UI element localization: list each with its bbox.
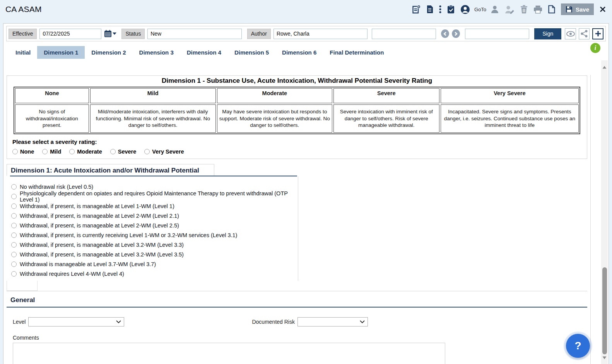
scrollbar-thumb[interactable] <box>602 267 607 354</box>
severity-rating-panel: Dimension 1 - Substance Use, Acute Intox… <box>7 75 587 159</box>
dimension1-radio-option[interactable]: Withdrawal, if present, is manageable at… <box>11 211 298 220</box>
radio-button-icon[interactable] <box>11 203 17 209</box>
chevron-down-icon <box>116 320 121 323</box>
severity-radio-option[interactable]: None <box>12 149 34 155</box>
document-icon[interactable] <box>426 5 433 14</box>
dimension1-heading: Dimension 1: Acute Intoxication and/or W… <box>7 164 214 176</box>
next-record-button[interactable] <box>452 29 460 38</box>
severity-column-description: Severe intoxication with imminent risk o… <box>333 104 439 133</box>
radio-button-icon[interactable] <box>11 223 17 228</box>
vertical-scrollbar[interactable] <box>601 60 608 364</box>
extra-field-1[interactable] <box>372 29 436 39</box>
share-button[interactable] <box>579 28 590 39</box>
print-icon[interactable] <box>533 5 542 14</box>
tab[interactable]: Dimension 3 <box>133 46 180 59</box>
severity-column: Very Severe Incapacitated. Severe signs … <box>441 88 579 133</box>
dimension1-radio-option[interactable]: Withdrawal, if present, is manageable at… <box>11 250 298 259</box>
radio-button-icon[interactable] <box>11 261 17 267</box>
clipboard-check-icon[interactable] <box>447 5 455 14</box>
level-select[interactable] <box>28 317 124 326</box>
radio-label: Withdrawal, if present, is manageable at… <box>20 213 179 219</box>
radio-label: Severe <box>118 149 137 155</box>
scroll-down-icon[interactable] <box>601 354 608 362</box>
general-heading: General <box>10 296 587 304</box>
radio-button-icon[interactable] <box>11 232 17 238</box>
radio-button-icon[interactable] <box>69 149 75 154</box>
blank-document-icon[interactable] <box>548 5 555 14</box>
severity-column-description: Incapacitated. Severe signs and symptoms… <box>441 104 579 133</box>
dimension1-radio-option[interactable]: Withdrawal is manageable at Level 3.7-WM… <box>11 259 298 269</box>
severity-radio-option[interactable]: Mild <box>42 149 61 155</box>
documented-risk-select[interactable] <box>297 317 368 326</box>
severity-column-header: None <box>15 88 89 103</box>
severity-table: None No signs of withdrawal/intoxication… <box>14 87 580 134</box>
calendar-icon <box>104 30 112 38</box>
radio-button-icon[interactable] <box>11 252 17 257</box>
radio-button-icon[interactable] <box>11 213 17 219</box>
scroll-up-icon[interactable] <box>601 63 608 71</box>
form-new-icon[interactable] <box>412 5 421 14</box>
effective-date-input[interactable] <box>39 29 101 39</box>
tab[interactable]: Dimension 1 <box>37 46 85 59</box>
close-icon[interactable] <box>600 6 606 12</box>
radio-label: Withdrawal, if present, is manageable at… <box>20 251 184 258</box>
save-button[interactable]: Save <box>561 3 594 15</box>
tab[interactable]: Final Determination <box>323 46 390 59</box>
severity-radio-option[interactable]: Very Severe <box>144 149 184 155</box>
tab[interactable]: Dimension 2 <box>85 46 132 59</box>
dimension1-radio-option[interactable]: Withdrawal, if present, is currently rec… <box>11 230 298 240</box>
previous-record-button[interactable] <box>441 29 449 38</box>
radio-button-icon[interactable] <box>11 184 17 190</box>
radio-label: Moderate <box>77 149 102 155</box>
comments-label: Comments <box>13 335 587 341</box>
tab[interactable]: Initial <box>9 46 37 59</box>
preview-button[interactable] <box>565 28 576 39</box>
dimension1-radio-option[interactable]: Withdrawal, if present, is manageable at… <box>11 220 298 230</box>
tab[interactable]: Dimension 6 <box>275 46 323 59</box>
author-label: Author <box>247 29 271 39</box>
severity-column-header: Severe <box>333 88 439 103</box>
more-options-icon[interactable] <box>439 5 441 14</box>
radio-button-icon[interactable] <box>144 149 150 154</box>
calendar-button[interactable] <box>104 30 116 38</box>
add-button[interactable] <box>592 28 603 39</box>
radio-button-icon[interactable] <box>110 149 116 154</box>
radio-label: None <box>20 149 34 155</box>
severity-radio-option[interactable]: Severe <box>110 149 137 155</box>
user-icon[interactable] <box>491 5 499 14</box>
radio-button-icon[interactable] <box>11 194 17 199</box>
severity-radio-group: None Mild Moderate Severe <box>12 149 587 155</box>
radio-label: Very Severe <box>152 149 184 155</box>
tab[interactable]: Dimension 5 <box>228 46 275 59</box>
help-button[interactable]: ? <box>566 334 590 358</box>
severity-radio-option[interactable]: Moderate <box>69 149 102 155</box>
radio-label: Withdrawal, if present, is currently rec… <box>20 232 237 238</box>
dimension1-radio-option[interactable]: Withdrawal, if present, is manageable at… <box>11 240 298 250</box>
radio-label: Mild <box>50 149 61 155</box>
radio-button-icon[interactable] <box>11 271 17 277</box>
radio-label: Withdrawal, if present, is manageable at… <box>20 203 174 209</box>
severity-column-description: May have severe intoxication but respond… <box>217 104 332 133</box>
radio-button-icon[interactable] <box>12 149 18 154</box>
arrow-left-icon <box>443 32 447 36</box>
tab[interactable]: Dimension 4 <box>180 46 228 59</box>
radio-button-icon[interactable] <box>11 242 17 248</box>
account-icon[interactable] <box>460 5 470 14</box>
author-input[interactable] <box>274 29 368 39</box>
status-input[interactable] <box>147 29 242 39</box>
comments-textarea[interactable] <box>13 343 445 364</box>
delete-icon[interactable] <box>520 5 528 14</box>
sign-button[interactable]: Sign <box>534 28 561 39</box>
dimension1-radio-option[interactable]: Physiologically dependent on opiates and… <box>11 191 298 201</box>
documented-risk-label: Documented Risk <box>252 319 295 325</box>
info-icon[interactable]: i <box>590 43 600 53</box>
radio-button-icon[interactable] <box>42 149 48 154</box>
extra-field-2[interactable] <box>465 29 529 39</box>
user-edit-icon[interactable] <box>505 5 515 14</box>
severity-column: Moderate May have severe intoxication bu… <box>217 88 332 133</box>
dimension1-radio-option[interactable]: Withdrawal requires Level 4-WM (Level 4) <box>11 269 298 279</box>
dimension1-radio-option[interactable]: Withdrawal, if present, is manageable at… <box>11 201 298 211</box>
status-label: Status <box>121 29 145 39</box>
share-icon <box>581 30 588 38</box>
goto-label[interactable]: GoTo <box>474 7 486 12</box>
